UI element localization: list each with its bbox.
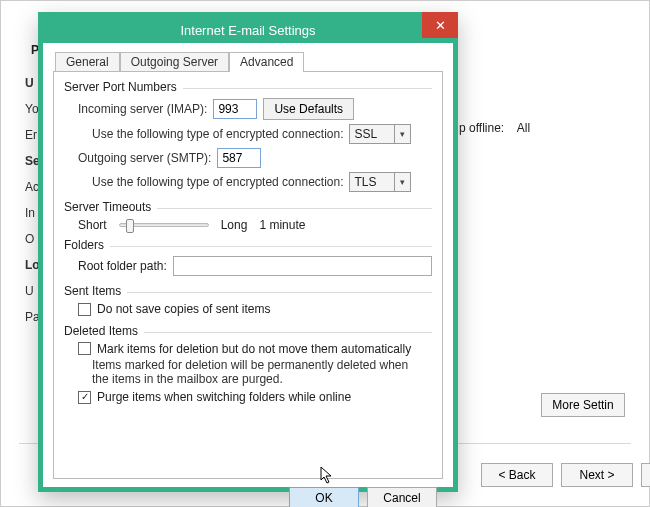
group-rule: [127, 292, 432, 293]
more-settings-button[interactable]: More Settin: [541, 393, 625, 417]
root-folder-input[interactable]: [173, 256, 432, 276]
group-server-port-numbers: Server Port Numbers: [64, 80, 432, 94]
group-sent-items: Sent Items: [64, 284, 432, 298]
group-rule: [144, 332, 432, 333]
dont-save-checkbox[interactable]: [78, 303, 91, 316]
incoming-enc-label: Use the following type of encrypted conn…: [92, 127, 343, 141]
root-folder-label: Root folder path:: [78, 259, 167, 273]
dont-save-row: Do not save copies of sent items: [64, 302, 432, 316]
slider-thumb[interactable]: [126, 219, 134, 233]
incoming-port-input[interactable]: [213, 99, 257, 119]
chevron-down-icon: ▾: [394, 173, 410, 191]
incoming-server-row: Incoming server (IMAP): Use Defaults: [64, 98, 432, 120]
wiz-cancel-button[interactable]: Ca: [641, 463, 650, 487]
close-button[interactable]: ✕: [422, 12, 458, 38]
tab-outgoing-server[interactable]: Outgoing Server: [120, 52, 229, 72]
group-deleted-items: Deleted Items: [64, 324, 432, 338]
group-label: Sent Items: [64, 284, 121, 298]
dialog-title: Internet E-mail Settings: [180, 23, 315, 38]
purge-row: ✓ Purge items when switching folders whi…: [64, 390, 432, 404]
group-folders: Folders: [64, 238, 432, 252]
tab-advanced[interactable]: Advanced: [229, 52, 304, 72]
group-label: Server Port Numbers: [64, 80, 177, 94]
dont-save-label: Do not save copies of sent items: [97, 302, 270, 316]
timeout-slider[interactable]: [119, 223, 209, 227]
incoming-encryption-select[interactable]: SSL ▾: [349, 124, 411, 144]
group-label: Folders: [64, 238, 104, 252]
outgoing-server-row: Outgoing server (SMTP):: [64, 148, 432, 168]
purge-label: Purge items when switching folders while…: [97, 390, 351, 404]
bg-offline-value: All: [517, 121, 530, 135]
mark-deletion-row: Mark items for deletion but do not move …: [64, 342, 432, 356]
outgoing-enc-label: Use the following type of encrypted conn…: [92, 175, 343, 189]
mark-deletion-checkbox[interactable]: [78, 342, 91, 355]
close-icon: ✕: [435, 18, 446, 33]
group-rule: [110, 246, 432, 247]
incoming-encryption-row: Use the following type of encrypted conn…: [64, 124, 432, 144]
timeout-value: 1 minute: [259, 218, 305, 232]
mark-deletion-help: Items marked for deletion will be perman…: [64, 358, 432, 386]
bg-wizard-buttons: < Back Next > Ca: [481, 463, 650, 487]
advanced-tab-panel: Server Port Numbers Incoming server (IMA…: [53, 71, 443, 479]
use-defaults-button[interactable]: Use Defaults: [263, 98, 354, 120]
tab-general[interactable]: General: [55, 52, 120, 72]
outgoing-encryption-select[interactable]: TLS ▾: [349, 172, 411, 192]
dialog-body: General Outgoing Server Advanced Server …: [43, 43, 453, 487]
outgoing-encryption-row: Use the following type of encrypted conn…: [64, 172, 432, 192]
group-server-timeouts: Server Timeouts: [64, 200, 432, 214]
group-label: Deleted Items: [64, 324, 138, 338]
timeout-row: Short Long 1 minute: [64, 218, 432, 232]
purge-checkbox[interactable]: ✓: [78, 391, 91, 404]
root-folder-row: Root folder path:: [64, 256, 432, 276]
back-button[interactable]: < Back: [481, 463, 553, 487]
group-label: Server Timeouts: [64, 200, 151, 214]
timeout-long-label: Long: [221, 218, 248, 232]
incoming-server-label: Incoming server (IMAP):: [78, 102, 207, 116]
cancel-button[interactable]: Cancel: [367, 487, 437, 507]
tab-strip: General Outgoing Server Advanced: [55, 51, 443, 71]
outgoing-port-input[interactable]: [217, 148, 261, 168]
dialog-footer: OK Cancel: [47, 487, 437, 507]
outgoing-enc-value: TLS: [354, 175, 376, 189]
email-settings-dialog: Internet E-mail Settings ✕ General Outgo…: [38, 12, 458, 492]
bg-more-settings-wrap: More Settin: [541, 393, 625, 417]
outgoing-server-label: Outgoing server (SMTP):: [78, 151, 211, 165]
timeout-short-label: Short: [78, 218, 107, 232]
group-rule: [183, 88, 432, 89]
next-button[interactable]: Next >: [561, 463, 633, 487]
group-rule: [157, 208, 432, 209]
incoming-enc-value: SSL: [354, 127, 377, 141]
mark-deletion-label: Mark items for deletion but do not move …: [97, 342, 411, 356]
bg-offline-label: p offline:: [459, 121, 504, 135]
ok-button[interactable]: OK: [289, 487, 359, 507]
bg-offline: p offline: All: [459, 121, 530, 135]
chevron-down-icon: ▾: [394, 125, 410, 143]
dialog-titlebar: Internet E-mail Settings ✕: [43, 17, 453, 43]
